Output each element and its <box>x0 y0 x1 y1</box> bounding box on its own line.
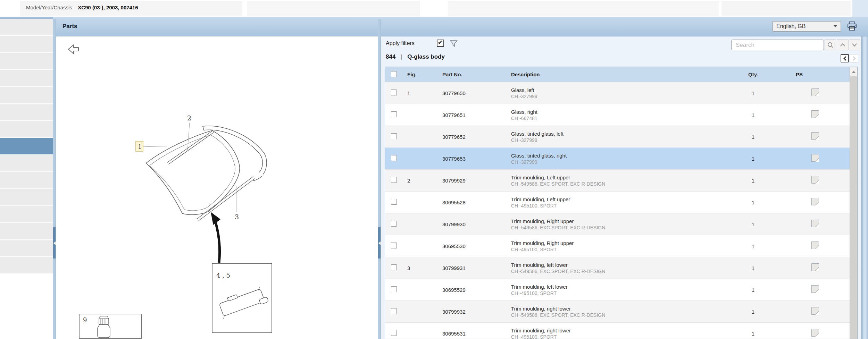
sidebar-item[interactable] <box>0 223 53 239</box>
sidebar-item[interactable] <box>0 155 53 171</box>
description-main: Trim moulding, Left upper <box>511 174 723 181</box>
menu-block <box>448 1 719 16</box>
language-dropdown[interactable]: English, GB <box>773 21 841 32</box>
row-checkbox[interactable] <box>391 330 397 336</box>
table-row[interactable]: 30779651 Glass, right CH -667481 1 <box>385 104 850 126</box>
sidebar-item[interactable] <box>0 240 53 256</box>
sidebar-item[interactable] <box>0 19 53 35</box>
group-name: Q-glass body <box>407 53 445 60</box>
description-variant: CH -495100, SPORT <box>511 203 723 209</box>
part-no-cell: 30799929 <box>436 178 504 184</box>
next-group-button[interactable] <box>850 54 858 62</box>
table-scrollbar[interactable] <box>850 67 857 339</box>
qty-cell: 1 <box>723 156 784 162</box>
table-row[interactable]: 30695531 Trim moulding, right lower CH -… <box>385 322 850 339</box>
row-checkbox[interactable] <box>391 199 397 205</box>
sidebar-splitter[interactable] <box>53 19 56 339</box>
note-icon[interactable] <box>811 263 819 271</box>
callout-9-label: 9 <box>83 316 87 324</box>
group-code: 844 <box>386 53 395 60</box>
window-scroll-strip[interactable] <box>861 36 868 339</box>
previous-group-button[interactable] <box>841 54 849 62</box>
sidebar-item-selected[interactable] <box>0 138 53 154</box>
row-checkbox[interactable] <box>391 111 397 117</box>
sidebar-item[interactable] <box>0 70 53 86</box>
chevron-down-icon <box>852 43 857 46</box>
sidebar-item[interactable] <box>0 189 53 205</box>
row-checkbox[interactable] <box>391 264 397 270</box>
collapse-handle-left[interactable] <box>53 227 56 259</box>
note-icon[interactable] <box>811 285 819 293</box>
description-variant: CH -495100, SPORT <box>511 334 723 339</box>
table-row[interactable]: 30779652 Glass, tinted glass, left CH -3… <box>385 126 850 147</box>
part-no-cell: 30695531 <box>436 331 504 337</box>
note-icon[interactable] <box>811 329 819 337</box>
description-cell: Trim moulding, left lower CH -549586, EX… <box>504 262 723 274</box>
row-checkbox[interactable] <box>391 177 397 183</box>
row-checkbox[interactable] <box>391 133 397 139</box>
part-no-cell: 30799932 <box>436 309 504 315</box>
table-row[interactable]: 30779653 Glass, tinted glass, right CH -… <box>385 147 850 169</box>
description-cell: Glass, tinted glass, right CH -327999 <box>504 152 723 165</box>
sidebar-item[interactable] <box>0 53 53 69</box>
find-previous-button[interactable] <box>837 40 848 50</box>
part-no-cell: 30779650 <box>436 90 504 96</box>
search-button[interactable] <box>825 40 836 50</box>
row-checkbox[interactable] <box>391 221 397 227</box>
note-icon[interactable] <box>811 241 819 249</box>
sidebar-item[interactable] <box>0 87 53 103</box>
note-icon[interactable] <box>811 198 819 205</box>
panel-splitter[interactable] <box>378 19 381 339</box>
description-variant: CH -549586, EXC SPORT, EXC R-DESIGN <box>511 224 723 231</box>
table-row[interactable]: 30799930 Trim moulding, Right upper CH -… <box>385 213 850 235</box>
note-icon[interactable] <box>811 88 819 96</box>
row-checkbox[interactable] <box>391 243 397 248</box>
print-button[interactable] <box>846 21 858 32</box>
filter-funnel-icon[interactable] <box>449 39 458 50</box>
back-arrow-icon[interactable] <box>68 45 78 54</box>
table-row[interactable]: 30695529 Trim moulding, left lower CH -4… <box>385 279 850 300</box>
callout-line-1 <box>143 146 167 147</box>
description-main: Trim moulding, right lower <box>511 305 723 312</box>
row-checkbox[interactable] <box>391 155 397 161</box>
note-icon[interactable] <box>811 220 819 227</box>
select-all-checkbox[interactable] <box>391 71 397 77</box>
sidebar-item[interactable] <box>0 104 53 120</box>
fig-cell: 2 <box>403 178 436 184</box>
function-group-title: 844 | Q-glass body <box>386 53 445 60</box>
callout-2-label[interactable]: 2 <box>187 114 191 122</box>
note-icon[interactable] <box>811 154 819 162</box>
description-main: Trim moulding, Left upper <box>511 196 723 203</box>
scroll-up-button[interactable] <box>850 67 857 76</box>
apply-filters-checkbox[interactable] <box>437 40 444 47</box>
table-row[interactable]: 30799932 Trim moulding, right lower CH -… <box>385 300 850 322</box>
note-icon[interactable] <box>811 307 819 315</box>
table-row[interactable]: 3 30799931 Trim moulding, left lower CH … <box>385 257 850 279</box>
table-row[interactable]: 1 30779650 Glass, left CH -327999 1 <box>385 82 850 104</box>
row-checkbox[interactable] <box>391 308 397 314</box>
table-row[interactable]: 30695530 Trim moulding, Right upper CH -… <box>385 235 850 257</box>
search-input[interactable] <box>731 40 824 50</box>
callout-1-label[interactable]: 1 <box>138 143 142 150</box>
sidebar-item[interactable] <box>0 257 53 273</box>
sidebar-item[interactable] <box>0 206 53 222</box>
row-checkbox[interactable] <box>391 286 397 292</box>
description-variant: CH -549586, EXC SPORT, EXC R-DESIGN <box>511 268 723 274</box>
part-no-cell: 30779651 <box>436 112 504 118</box>
sidebar-item[interactable] <box>0 172 53 188</box>
collapse-handle-right[interactable] <box>378 227 381 259</box>
note-icon[interactable] <box>811 176 819 184</box>
vehicle-session-info: Model/Year/Chassis: XC90 (03-), 2003, 00… <box>26 5 138 10</box>
inset-box-9 <box>79 314 142 338</box>
sidebar-item[interactable] <box>0 121 53 137</box>
header-part-no: Part No. <box>436 71 504 77</box>
sidebar-item[interactable] <box>0 36 53 52</box>
table-row[interactable]: 2 30799929 Trim moulding, Left upper CH … <box>385 169 850 191</box>
description-variant: CH -327999 <box>511 137 723 143</box>
table-row[interactable]: 30695528 Trim moulding, Left upper CH -4… <box>385 191 850 213</box>
row-checkbox[interactable] <box>391 90 397 95</box>
note-icon[interactable] <box>811 132 819 140</box>
find-next-button[interactable] <box>849 40 860 50</box>
callout-3-label[interactable]: 3 <box>235 213 239 221</box>
note-icon[interactable] <box>811 110 819 118</box>
